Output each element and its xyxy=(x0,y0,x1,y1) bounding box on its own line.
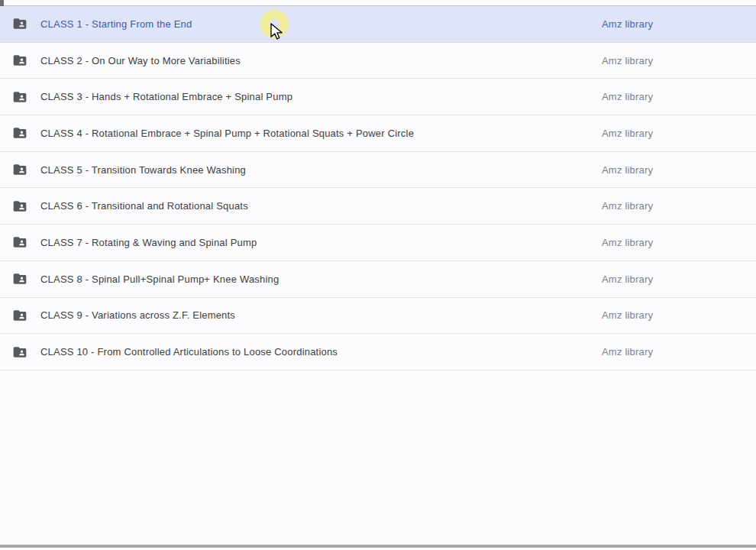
folder-row-1[interactable]: CLASS 1 - Starting From the End Amz libr… xyxy=(0,6,756,43)
owner-label: Amz library xyxy=(602,55,756,66)
folder-name: CLASS 9 - Variations across Z.F. Element… xyxy=(40,309,602,321)
folder-name: CLASS 4 - Rotational Embrace + Spinal Pu… xyxy=(40,128,602,139)
folder-row-2[interactable]: CLASS 2 - On Our Way to More Variabiliti… xyxy=(0,43,756,79)
drive-file-list-page: CLASS 1 - Starting From the End Amz libr… xyxy=(0,0,756,550)
owner-label: Amz library xyxy=(602,200,756,212)
shared-folder-icon xyxy=(12,345,27,360)
shared-folder-icon xyxy=(12,89,27,105)
shared-folder-icon xyxy=(12,125,27,141)
folder-row-6[interactable]: CLASS 6 - Transitional and Rotational Sq… xyxy=(0,188,756,225)
owner-label: Amz library xyxy=(602,237,756,248)
folder-name: CLASS 5 - Transition Towards Knee Washin… xyxy=(40,164,602,176)
folder-row-10[interactable]: CLASS 10 - From Controlled Articulations… xyxy=(0,334,756,370)
owner-label: Amz library xyxy=(602,346,756,358)
folder-name: CLASS 10 - From Controlled Articulations… xyxy=(40,346,602,358)
folder-name: CLASS 3 - Hands + Rotational Embrace + S… xyxy=(40,91,602,102)
owner-label: Amz library xyxy=(602,91,756,102)
shared-folder-icon xyxy=(12,199,27,214)
folder-name: CLASS 1 - Starting From the End xyxy=(40,18,602,30)
shared-folder-icon xyxy=(12,162,27,177)
shared-folder-icon xyxy=(12,271,27,286)
folder-name: CLASS 8 - Spinal Pull+Spinal Pump+ Knee … xyxy=(40,273,602,285)
folder-list: CLASS 1 - Starting From the End Amz libr… xyxy=(0,6,756,370)
owner-label: Amz library xyxy=(602,128,756,139)
folder-row-3[interactable]: CLASS 3 - Hands + Rotational Embrace + S… xyxy=(0,79,756,115)
owner-label: Amz library xyxy=(602,164,756,176)
folder-row-4[interactable]: CLASS 4 - Rotational Embrace + Spinal Pu… xyxy=(0,115,756,152)
folder-row-5[interactable]: CLASS 5 - Transition Towards Knee Washin… xyxy=(0,152,756,189)
shared-folder-icon xyxy=(12,308,27,323)
owner-label: Amz library xyxy=(602,18,756,30)
folder-row-8[interactable]: CLASS 8 - Spinal Pull+Spinal Pump+ Knee … xyxy=(0,261,756,298)
top-strip xyxy=(0,0,756,6)
folder-row-7[interactable]: CLASS 7 - Rotating & Waving and Spinal P… xyxy=(0,225,756,261)
owner-label: Amz library xyxy=(602,273,756,285)
owner-label: Amz library xyxy=(602,309,756,321)
folder-name: CLASS 7 - Rotating & Waving and Spinal P… xyxy=(40,237,602,248)
shared-folder-icon xyxy=(12,16,27,31)
folder-name: CLASS 6 - Transitional and Rotational Sq… xyxy=(40,200,602,212)
shared-folder-icon xyxy=(12,235,27,250)
shared-folder-icon xyxy=(12,53,27,68)
folder-name: CLASS 2 - On Our Way to More Variabiliti… xyxy=(40,55,602,66)
folder-row-9[interactable]: CLASS 9 - Variations across Z.F. Element… xyxy=(0,298,756,335)
